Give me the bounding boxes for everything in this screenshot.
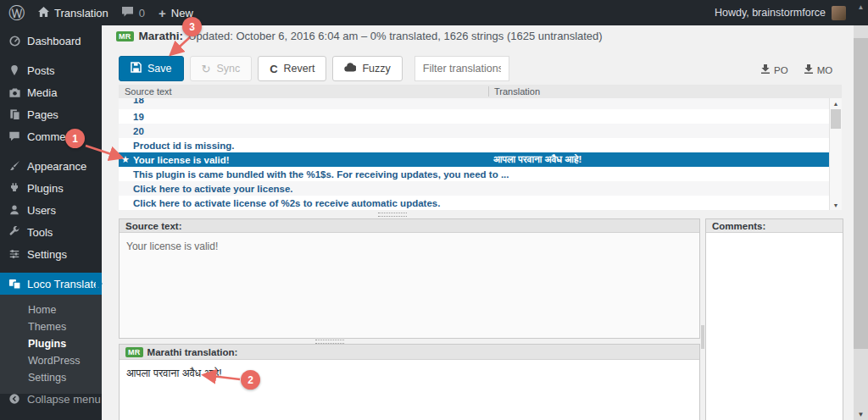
table-row[interactable]: Click here to activate license of %2s to… [119,196,842,210]
page-scrollbar[interactable]: ▲ ▼ [854,0,868,420]
admin-bar-howdy[interactable]: Howdy, brainstormforce [715,7,826,19]
brush-icon [8,159,21,173]
sidebar-item-label: Pages [27,108,58,121]
title-meta: Updated: October 6, 2016 6:04 am – 0% tr… [188,30,603,42]
scroll-down-icon[interactable]: ▼ [830,200,842,210]
source-panel-header: Source text: [120,219,699,233]
save-button[interactable]: Save [119,56,184,81]
source-text-panel: Source text: Your license is valid! [119,218,700,339]
sync-icon: ↻ [202,64,211,75]
table-scrollbar-thumb[interactable] [831,109,841,129]
page-scrollbar-track[interactable]: ▼ [854,25,868,420]
sidebar-item-comments[interactable]: Comments [0,125,102,147]
star-icon: ★ [121,154,130,165]
table-row[interactable]: This plugin is came bundled with the %1$… [119,167,842,181]
source-text-content: Your license is valid! [120,233,699,260]
scroll-down-icon[interactable]: ▼ [854,411,868,418]
wrench-icon [8,225,21,239]
submenu-item-themes[interactable]: Themes [0,318,102,335]
sidebar-item-tools[interactable]: Tools [0,221,102,243]
table-row[interactable]: 20 [119,124,842,138]
fuzzy-label: Fuzzy [362,63,390,75]
sidebar-item-posts[interactable]: Posts [0,59,102,81]
mo-label: MO [817,65,833,75]
resize-grip[interactable] [378,213,407,217]
vertical-resize-grip[interactable] [701,325,704,349]
cloud-icon [344,63,356,75]
fuzzy-button[interactable]: Fuzzy [332,56,402,81]
scroll-up-icon[interactable]: ▲ [830,98,842,108]
sync-label: Sync [216,63,240,75]
revert-label: Revert [284,63,315,75]
save-label: Save [147,63,172,75]
sidebar-item-settings[interactable]: Settings [0,243,102,265]
sidebar-item-plugins[interactable]: Plugins [0,177,102,199]
table-row[interactable]: Click here to activate your license. [119,181,842,196]
sidebar-item-label: Loco Translate [27,278,99,290]
pin-icon [8,64,21,77]
editor-toolbar: Save ↻ Sync C Revert Fuzzy [119,56,509,81]
comments-count: 0 [139,7,145,19]
sidebar-item-label: Users [27,204,56,217]
sidebar-item-label: Settings [27,248,67,261]
po-label: PO [774,65,788,75]
site-name-label: Translation [54,7,108,19]
language-name: Marathi: [139,30,184,42]
comments-content[interactable] [706,233,843,420]
wordpress-logo-icon[interactable]: Ⓦ [8,5,25,21]
submenu-item-plugins[interactable]: Plugins [0,335,102,352]
sidebar-item-pages[interactable]: Pages [0,103,102,125]
resize-grip[interactable] [315,340,344,344]
speech-bubble-icon [8,130,21,143]
comment-bubble-icon [122,7,134,19]
sidebar-item-loco-translate[interactable]: Loco Translate [0,273,102,295]
scroll-up-icon[interactable]: ▲ [854,0,868,25]
filter-input[interactable] [415,56,509,81]
sidebar-item-label: Posts [27,64,55,77]
comments-panel: Comments: [705,218,843,420]
download-icon [761,64,770,75]
plug-icon [8,181,21,195]
translate-icon [8,277,21,290]
collapse-menu-button[interactable]: Collapse menu [0,388,102,410]
collapse-icon [8,392,21,406]
annotation-circle-2: 2 [241,370,260,390]
table-row[interactable]: 19 [119,109,842,124]
language-badge: MR [125,347,143,357]
table-row[interactable]: Product id is missing. [119,138,842,152]
download-mo-button[interactable]: MO [804,64,833,75]
admin-bar-comments[interactable]: 0 [122,7,145,19]
revert-icon: C [270,64,277,75]
sidebar-item-label: Appearance [27,160,86,173]
export-links: PO MO [761,64,832,75]
revert-button[interactable]: C Revert [258,56,326,81]
table-row[interactable]: 18 [119,98,842,109]
download-po-button[interactable]: PO [761,64,788,75]
sliders-icon [8,247,21,261]
active-menu-arrow [96,278,108,290]
annotation-circle-3: 3 [182,17,202,36]
collapse-label: Collapse menu [27,393,101,406]
column-header-source: Source text [119,86,488,97]
sync-button[interactable]: ↻ Sync [190,56,253,81]
sidebar-item-users[interactable]: Users [0,199,102,221]
submenu-item-home[interactable]: Home [0,301,102,318]
loco-submenu: Home Themes Plugins WordPress Settings [0,295,102,394]
table-row-selected[interactable]: ★ Your license is valid! आपला परवाना अवै… [119,152,842,167]
table-scrollbar[interactable]: ▲ ▼ [829,98,842,210]
submenu-item-settings[interactable]: Settings [0,369,102,386]
page-scrollbar-thumb[interactable] [854,38,868,349]
submenu-item-wordpress[interactable]: WordPress [0,352,102,369]
dashboard-icon [8,34,21,47]
sidebar-item-label: Tools [27,226,53,239]
language-badge: MR [116,31,134,41]
translation-panel-label: Marathi translation: [147,347,238,357]
sidebar-item-media[interactable]: Media [0,81,102,103]
table-header: Source text Translation [119,85,842,98]
avatar [832,6,846,20]
sidebar-item-dashboard[interactable]: Dashboard [0,30,102,52]
translation-editor[interactable]: आपला परवाना अवैध आहे! [120,360,699,388]
source-panel-label: Source text: [125,221,181,231]
admin-bar-site-name[interactable]: Translation [38,7,108,19]
sidebar-item-appearance[interactable]: Appearance [0,155,102,177]
